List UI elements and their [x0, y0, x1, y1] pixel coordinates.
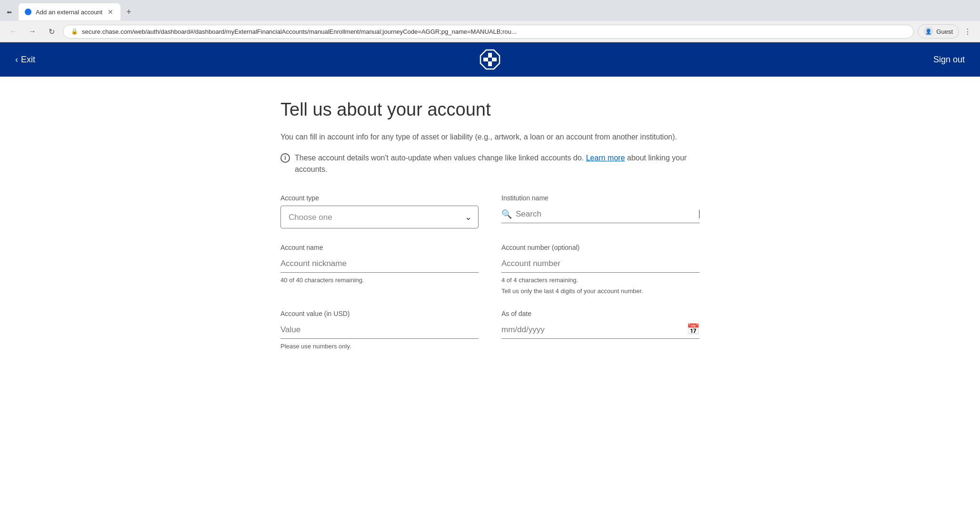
institution-name-group: Institution name 🔍 [501, 194, 700, 228]
svg-rect-4 [488, 58, 492, 61]
exit-button[interactable]: ‹ Exit [15, 55, 35, 65]
account-value-input[interactable] [280, 321, 479, 339]
browser-tab-active[interactable]: Add an external account ✕ [19, 3, 120, 20]
account-number-hint2: Tell us only the last 4 digits of your a… [501, 287, 700, 295]
date-input[interactable] [501, 321, 700, 338]
info-text-before-link: These account details won't auto-update … [295, 154, 584, 162]
date-input-wrapper: 📅 [501, 321, 700, 339]
tab-controls: ⬅ [4, 7, 15, 18]
profile-icon: 👤 [924, 27, 933, 36]
account-number-input[interactable] [501, 255, 700, 273]
sign-out-button[interactable]: Sign out [933, 55, 965, 65]
forward-button[interactable]: → [25, 24, 40, 39]
account-value-group: Account value (in USD) Please use number… [280, 310, 479, 350]
account-name-label: Account name [280, 244, 479, 251]
tab-title: Add an external account [36, 9, 102, 16]
tab-favicon [24, 8, 32, 16]
back-button[interactable]: ← [6, 24, 21, 39]
account-type-select[interactable]: Choose one CheckingSavingsCredit CardLoa… [280, 206, 479, 228]
page-title: Tell us about your account [280, 99, 700, 120]
account-value-label: Account value (in USD) [280, 310, 479, 317]
institution-search-input[interactable] [516, 206, 698, 223]
account-form: Account type Choose one CheckingSavingsC… [280, 194, 700, 350]
info-icon: i [280, 153, 290, 163]
account-name-group: Account name 40 of 40 characters remaini… [280, 244, 479, 295]
window-controls[interactable]: ⬅ [4, 7, 15, 18]
chase-logo [480, 49, 500, 70]
favicon-circle [25, 9, 31, 15]
as-of-date-group: As of date 📅 [501, 310, 700, 350]
browser-menu-button[interactable]: ⋮ [961, 25, 974, 38]
account-value-hint: Please use numbers only. [280, 343, 479, 350]
browser-action-buttons: 👤 Guest ⋮ [918, 24, 974, 39]
exit-label: Exit [21, 55, 35, 65]
account-name-hint: 40 of 40 characters remaining. [280, 277, 479, 284]
profile-button[interactable]: 👤 Guest [918, 24, 959, 39]
search-icon: 🔍 [501, 209, 512, 219]
browser-chrome: ⬅ Add an external account ✕ + ← → ↻ 🔒 se… [0, 0, 980, 42]
as-of-date-label: As of date [501, 310, 700, 317]
address-bar-row: ← → ↻ 🔒 secure.chase.com/web/auth/dashbo… [0, 21, 980, 42]
info-box: i These account details won't auto-updat… [280, 152, 700, 175]
text-cursor [699, 210, 700, 218]
calendar-icon[interactable]: 📅 [687, 323, 700, 336]
tab-close-button[interactable]: ✕ [106, 8, 115, 16]
account-type-select-wrapper: Choose one CheckingSavingsCredit CardLoa… [280, 206, 479, 228]
new-tab-button[interactable]: + [122, 5, 135, 19]
address-bar[interactable]: 🔒 secure.chase.com/web/auth/dashboard#/d… [63, 25, 914, 39]
app-header: ‹ Exit Sign out [0, 42, 980, 77]
info-text: These account details won't auto-update … [295, 152, 700, 175]
account-number-group: Account number (optional) 4 of 4 charact… [501, 244, 700, 295]
main-content: Tell us about your account You can fill … [261, 77, 719, 373]
profile-label: Guest [936, 28, 953, 35]
account-type-group: Account type Choose one CheckingSavingsC… [280, 194, 479, 228]
tab-bar: ⬅ Add an external account ✕ + [0, 0, 980, 21]
exit-chevron-icon: ‹ [15, 55, 18, 65]
learn-more-link[interactable]: Learn more [586, 154, 625, 162]
page-description: You can fill in account info for any typ… [280, 131, 700, 143]
account-name-input[interactable] [280, 255, 479, 273]
institution-name-label: Institution name [501, 194, 700, 202]
account-number-hint1: 4 of 4 characters remaining. [501, 277, 700, 284]
account-number-label: Account number (optional) [501, 244, 700, 251]
institution-search-wrapper: 🔍 [501, 206, 700, 223]
account-type-label: Account type [280, 194, 479, 202]
reload-button[interactable]: ↻ [44, 24, 59, 39]
lock-icon: 🔒 [71, 28, 78, 35]
chase-logo-icon [480, 49, 500, 70]
url-display: secure.chase.com/web/auth/dashboard#/das… [82, 28, 906, 35]
